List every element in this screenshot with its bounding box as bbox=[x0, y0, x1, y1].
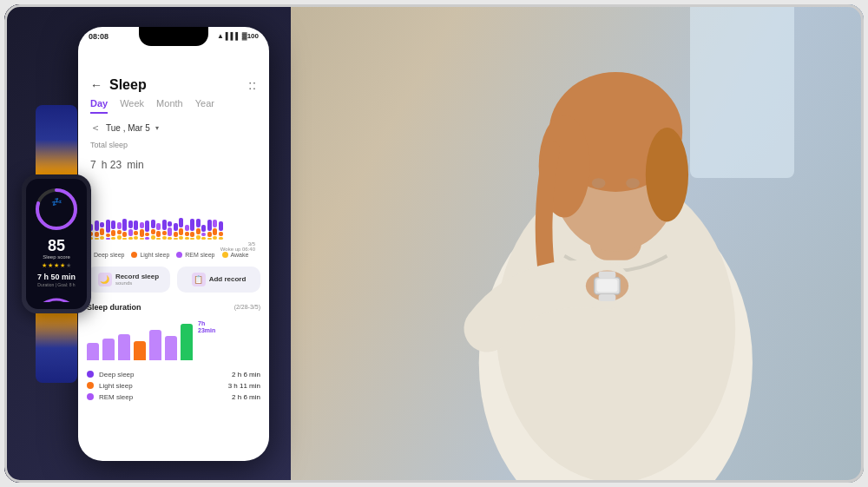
chart-bar-10-1 bbox=[145, 233, 149, 236]
chart-bar-16-0 bbox=[179, 218, 183, 227]
chart-bar-18-2 bbox=[190, 238, 194, 240]
chart-bar-4-0 bbox=[111, 220, 115, 229]
chart-bar-group-11 bbox=[151, 220, 155, 240]
tab-week[interactable]: Week bbox=[120, 98, 144, 114]
chart-bar-11-1 bbox=[151, 229, 155, 234]
dur-bar-5 bbox=[165, 336, 177, 360]
stars-row: ★ ★ ★ ★ ★ bbox=[42, 262, 71, 269]
breakdown-rem: REM sleep 2 h 6 min bbox=[87, 393, 260, 401]
chart-bar-group-6 bbox=[122, 219, 127, 240]
breakdown-dot-light bbox=[87, 382, 94, 389]
tab-year[interactable]: Year bbox=[195, 98, 214, 114]
chart-bar-15-2 bbox=[174, 238, 178, 240]
chart-bar-20-2 bbox=[201, 237, 206, 240]
chart-bar-7-1 bbox=[128, 229, 133, 236]
chart-bar-20-1 bbox=[201, 233, 206, 236]
chart-bar-6-1 bbox=[122, 232, 127, 237]
chart-bar-21-2 bbox=[207, 238, 212, 240]
chart-bar-group-22 bbox=[213, 220, 217, 240]
chart-bar-9-2 bbox=[140, 238, 144, 240]
legend-light: Light sleep bbox=[131, 252, 169, 258]
chart-bar-22-1 bbox=[213, 228, 217, 235]
band-body: 💤 85 Sleep score ★ ★ ★ ★ ★ 7 h 50 min Du… bbox=[22, 174, 91, 313]
chart-bar-group-21 bbox=[207, 220, 212, 240]
chart-bar-8-2 bbox=[134, 236, 138, 240]
legend-dot-light bbox=[131, 252, 137, 258]
status-bar: 08:08 ▲ ▌▌▌ ▓100 bbox=[78, 27, 269, 43]
legend-rem-label: REM sleep bbox=[185, 252, 214, 258]
breakdown-deep: Deep sleep 2 h 6 min bbox=[87, 371, 260, 378]
add-record-label: Add record bbox=[209, 275, 247, 283]
date-dropdown[interactable]: ▾ bbox=[155, 124, 159, 132]
record-sub: sounds bbox=[115, 280, 159, 286]
section-title-row: Sleep duration (2/28-3/5) bbox=[87, 303, 260, 312]
chart-bar-4-1 bbox=[111, 230, 115, 236]
chart-bar-5-2 bbox=[117, 235, 122, 240]
tab-month[interactable]: Month bbox=[156, 98, 183, 114]
band-screen: 💤 85 Sleep score ★ ★ ★ ★ ★ 7 h 50 min Du… bbox=[26, 179, 87, 309]
breakdown-rem-value: 2 h 6 min bbox=[232, 393, 260, 401]
breakdown-light-label: Light sleep bbox=[99, 382, 223, 390]
chart-bar-20-0 bbox=[201, 225, 206, 232]
app-header: ← Sleep :: bbox=[78, 70, 269, 98]
add-record-button[interactable]: 📋 Add record bbox=[177, 267, 260, 293]
star-1: ★ bbox=[42, 262, 47, 269]
chart-bar-9-1 bbox=[140, 229, 144, 237]
chart-bar-6-0 bbox=[122, 219, 127, 231]
sleep-minutes: 23 bbox=[110, 159, 122, 171]
chart-bar-21-0 bbox=[207, 220, 212, 231]
record-title: Record sleep bbox=[115, 273, 159, 280]
smartband: 💤 85 Sleep score ★ ★ ★ ★ ★ 7 h 50 min Du… bbox=[4, 105, 108, 383]
chart-bar-21-1 bbox=[207, 232, 212, 237]
dur-bar-4 bbox=[149, 330, 161, 360]
chart-bar-group-8 bbox=[134, 220, 138, 240]
chart-bar-15-0 bbox=[174, 223, 178, 231]
dur-bar-fill-6 bbox=[181, 324, 193, 360]
chart-bar-group-12 bbox=[156, 223, 161, 240]
chart-bar-14-0 bbox=[168, 221, 172, 227]
menu-button[interactable]: :: bbox=[248, 78, 257, 92]
duration-target: 7h23min bbox=[198, 317, 215, 365]
chart-bar-7-2 bbox=[128, 237, 133, 240]
duration-content: 7h23min bbox=[87, 317, 260, 365]
chart-bar-12-2 bbox=[156, 238, 161, 240]
dur-bar-6 bbox=[181, 324, 193, 360]
legend-rem: REM sleep bbox=[176, 252, 214, 258]
breakdown-deep-label: Deep sleep bbox=[99, 371, 227, 378]
breakdown-rem-label: REM sleep bbox=[99, 393, 227, 401]
min-label: min bbox=[127, 159, 143, 171]
status-icons: ▲ ▌▌▌ ▓100 bbox=[217, 32, 259, 40]
chart-bar-4-2 bbox=[111, 237, 115, 240]
svg-point-9 bbox=[646, 128, 688, 221]
chart-bar-5-1 bbox=[117, 230, 122, 234]
chart-bar-17-0 bbox=[185, 225, 189, 231]
chart-bar-group-18 bbox=[190, 219, 194, 240]
band-strap-bottom bbox=[36, 313, 77, 383]
chart-bar-16-2 bbox=[179, 236, 183, 240]
breakdown-dot-rem bbox=[87, 393, 94, 400]
chart-bar-12-1 bbox=[156, 231, 161, 237]
breakdown-deep-value: 2 h 6 min bbox=[232, 371, 260, 378]
main-frame: 💤 85 Sleep score ★ ★ ★ ★ ★ 7 h 50 min Du… bbox=[4, 4, 864, 483]
legend-dot-awake bbox=[222, 252, 228, 258]
dur-bar-fill-3 bbox=[134, 341, 146, 360]
chart-bars bbox=[85, 179, 262, 240]
chart-bar-12-0 bbox=[156, 223, 161, 230]
legend-light-label: Light sleep bbox=[140, 252, 169, 258]
chart-bar-group-9 bbox=[140, 222, 144, 240]
chart-bar-9-0 bbox=[140, 222, 144, 228]
chart-bar-group-5 bbox=[117, 222, 122, 240]
chart-bar-group-13 bbox=[162, 220, 167, 240]
chart-bar-group-20 bbox=[201, 225, 206, 240]
add-icon: 📋 bbox=[192, 273, 206, 286]
chart-bar-6-2 bbox=[122, 238, 127, 240]
dur-bar-3 bbox=[134, 341, 146, 360]
back-button[interactable]: ← bbox=[90, 78, 102, 92]
record-label: Record sleep sounds bbox=[115, 273, 159, 286]
chart-bar-19-1 bbox=[196, 228, 201, 234]
svg-rect-15 bbox=[599, 272, 616, 279]
app-title: Sleep bbox=[109, 77, 147, 93]
dur-bar-fill-5 bbox=[165, 336, 177, 360]
chart-bar-17-1 bbox=[185, 232, 189, 236]
chart-bar-group-7 bbox=[128, 220, 133, 240]
